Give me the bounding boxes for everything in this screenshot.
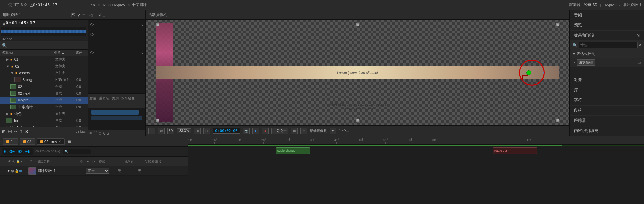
track-solo-icon[interactable]: ◎ [11, 169, 14, 173]
toolbar-btn-mask[interactable]: ▭ [158, 128, 165, 134]
tool-icon-3[interactable]: ⇲ [98, 13, 101, 17]
toolbar-btn-3d[interactable]: 3D [167, 128, 174, 134]
eye-icon[interactable]: 👁 [8, 160, 12, 163]
scale-change-clip[interactable]: scale change [276, 147, 310, 154]
ruler-tick [190, 142, 190, 144]
scroll-icon-4[interactable]: ∧ [102, 131, 105, 136]
kf-square[interactable]: □ [90, 41, 92, 45]
effects-search-input[interactable] [579, 42, 638, 48]
right-panel-item-content-fill[interactable]: 内容识别填充 [570, 126, 644, 136]
panel-icon-resize[interactable]: ⇱ [71, 12, 76, 18]
list-item[interactable]: ▶ ■ 纯色 文件夹 [0, 110, 88, 117]
mode-select[interactable]: 正常 [86, 168, 109, 174]
seq-tab-02prev[interactable]: 02-prev ✕ [37, 138, 65, 145]
effects-close-icon[interactable]: × [639, 43, 641, 48]
right-panel-item-para[interactable]: 段落 [570, 106, 644, 116]
scroll-icon-3[interactable]: □ [99, 131, 101, 136]
toolbar-btn-color[interactable]: ● [252, 128, 259, 134]
toolbar-btn-safe[interactable]: ⊡ [203, 128, 210, 134]
nav-comp[interactable]: 十字扇叶 [132, 2, 147, 7]
toolbar-btn-fit[interactable]: ⊞ [194, 128, 201, 134]
dots-menu[interactable]: ··· [3, 3, 6, 7]
toolbar-btn-cross[interactable]: ✛ [300, 128, 307, 134]
list-item[interactable]: ▶ black_b....mp4 AVI 0:0 [0, 124, 88, 127]
resolution-select[interactable]: 二分之一 [271, 128, 288, 134]
expr-slider-btn[interactable]: 滑块控制 [577, 59, 595, 66]
toolbar-btn-grid[interactable]: ⊞ [291, 128, 298, 134]
toolbar-btn-align[interactable]: ↔ [148, 128, 155, 134]
tool-icon-1[interactable]: ◁ [89, 13, 92, 17]
timeline-right: 11f 16f 21f 26f 31f [188, 136, 644, 204]
panel-icon-fullscreen[interactable]: ⤢ [77, 12, 81, 18]
tool-rename[interactable]: 重命名 [99, 96, 109, 101]
tool-icon-4[interactable]: ⊞ [102, 13, 106, 17]
footer-add-icon[interactable]: ✏ [14, 129, 17, 134]
list-item[interactable]: 8.png PNG 文件 0:0 [0, 76, 88, 83]
solo-icon[interactable]: ◎ [12, 160, 15, 163]
list-item[interactable]: 02-prev 合成 0:0 [0, 97, 88, 104]
track-lock-icon[interactable]: 🔒 [15, 169, 19, 173]
footer-filmstrip-icon[interactable]: 🎞 [7, 129, 12, 134]
breadcrumb-02prev[interactable]: 02-prev [604, 3, 616, 7]
footer-delete-icon[interactable]: 🗑 [19, 129, 23, 134]
scroll-icon-1[interactable]: ≡ [89, 131, 92, 136]
list-item[interactable]: 02-next 合成 0:0 [0, 90, 88, 97]
right-panel-item-effects[interactable]: 效果和预设 ⇲ [570, 31, 644, 41]
col-star: ✦ [86, 160, 91, 163]
timeline-ruler: 11f 16f 21f 26f 31f [188, 136, 644, 145]
nav-fin[interactable]: fin [91, 3, 95, 7]
tool-mirror[interactable]: 水平镜像 [121, 96, 135, 101]
list-item[interactable]: ▼ ■ assets 文件夹 [0, 70, 88, 76]
list-item[interactable]: 02 合成 0:0 [0, 83, 88, 90]
camera-label[interactable]: 活动摄像机 [310, 129, 327, 133]
timeline-left: fin 02 02-prev ✕ ≡ 0:00:02:06 00:125 (00… [0, 136, 188, 204]
seq-tab-fin[interactable]: fin [3, 138, 18, 145]
list-item[interactable]: fin 合成 0:0 [0, 117, 88, 124]
search-icon: 🔍 [2, 43, 7, 48]
tab-menu-icon[interactable]: ≡ [67, 138, 71, 145]
toolbar-btn-camera[interactable]: 📷 [243, 128, 250, 134]
rotate-out-clip[interactable]: rotate out [493, 147, 537, 154]
track-color-dot[interactable] [19, 170, 22, 172]
kf-diamond-1[interactable]: ◇ [90, 22, 94, 27]
right-panel-item-preview[interactable]: 预览 [570, 20, 644, 31]
search-input[interactable] [8, 43, 86, 48]
tab-close-icon[interactable]: ✕ [58, 140, 61, 143]
preview-timecode[interactable]: 0:00:02:06 [213, 128, 240, 134]
tool-null[interactable]: 空值 [89, 96, 96, 101]
nav-02prev[interactable]: 02-prev [112, 3, 125, 7]
renderer-type[interactable]: 经典 3D [584, 2, 597, 7]
list-item[interactable]: ▼ ■ 02 文件夹 [0, 63, 88, 70]
kf-diamond-3[interactable]: ◇ [90, 50, 94, 55]
effects-resize-icon: ⇲ [637, 33, 640, 38]
playhead[interactable] [466, 145, 466, 204]
col-media: 媒体 [76, 50, 86, 55]
zoom-display[interactable]: 33.3% [177, 128, 191, 133]
tool-icon-2[interactable]: □ [94, 13, 96, 17]
right-panel-item-audio[interactable]: 音频 [570, 10, 644, 20]
list-item[interactable]: ▶ ■ 01 文件夹 [0, 56, 88, 63]
scroll-icon-2[interactable]: ⌒ [93, 130, 97, 136]
scroll-icon-5[interactable]: $ [107, 131, 109, 136]
right-panel-item-library[interactable]: 库 [570, 85, 644, 95]
list-item[interactable]: 十字扇叶 合成 0:0 [0, 104, 88, 110]
tool-type[interactable]: 类别 [112, 96, 119, 101]
right-panel-item-tracker[interactable]: 跟踪器 [570, 116, 644, 126]
panel-icon-menu[interactable]: ≡ [82, 12, 85, 18]
timeline-timecode[interactable]: 0:00:02:06 [2, 148, 33, 155]
color-icon[interactable]: ▪ [21, 160, 22, 163]
right-panel-item-align[interactable]: 对齐 [570, 75, 644, 85]
section-chevron[interactable]: ∨ [573, 52, 575, 56]
tl-search-input[interactable] [69, 150, 89, 154]
right-panel-item-char[interactable]: 字符 [570, 95, 644, 106]
footer-grid-icon[interactable]: ⊞ [2, 129, 5, 134]
seq-tab-02[interactable]: 02 [20, 138, 35, 145]
lock-icon[interactable]: 🔒 [16, 160, 20, 163]
toolbar-btn-down[interactable]: ▾ [330, 128, 336, 134]
footer-trash-icon[interactable]: ✖ [25, 129, 28, 134]
nav-02[interactable]: 02 [102, 3, 106, 7]
toolbar-btn-dot[interactable]: ● [262, 128, 269, 134]
track-eye-icon[interactable]: 👁 [7, 169, 10, 173]
track-trk: 无 [118, 169, 138, 173]
kf-diamond-2[interactable]: ◇ [90, 31, 94, 37]
